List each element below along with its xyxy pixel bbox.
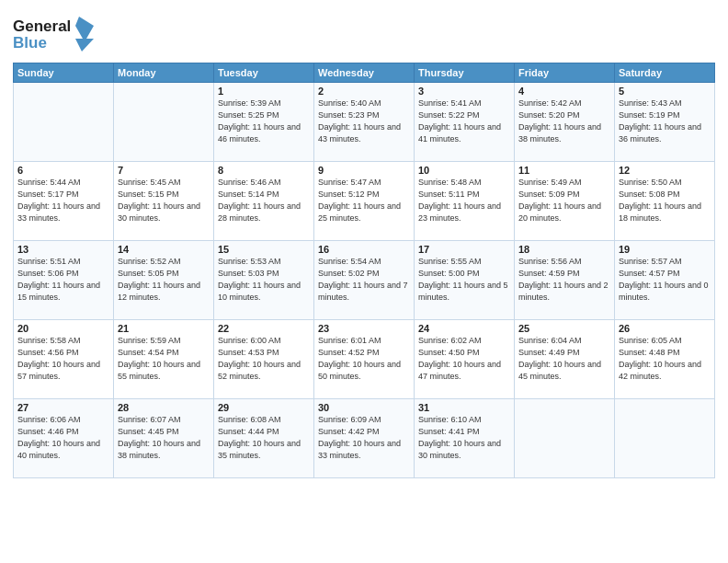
- calendar-cell: 19Sunrise: 5:57 AM Sunset: 4:57 PM Dayli…: [615, 241, 715, 320]
- calendar-week-row: 6Sunrise: 5:44 AM Sunset: 5:17 PM Daylig…: [14, 162, 715, 241]
- calendar-container: General Blue SundayMondayTuesdayWednesda…: [0, 0, 728, 563]
- calendar-cell: 5Sunrise: 5:43 AM Sunset: 5:19 PM Daylig…: [615, 83, 715, 162]
- calendar-cell: 6Sunrise: 5:44 AM Sunset: 5:17 PM Daylig…: [14, 162, 114, 241]
- calendar-cell: 23Sunrise: 6:01 AM Sunset: 4:52 PM Dayli…: [314, 320, 415, 399]
- day-info: Sunrise: 6:07 AM Sunset: 4:45 PM Dayligh…: [118, 414, 210, 462]
- logo-text: General Blue: [13, 13, 100, 57]
- day-number: 26: [619, 323, 711, 334]
- day-number: 13: [17, 244, 109, 255]
- calendar-cell: 4Sunrise: 5:42 AM Sunset: 5:20 PM Daylig…: [515, 83, 615, 162]
- day-number: 11: [518, 165, 610, 176]
- calendar-table: SundayMondayTuesdayWednesdayThursdayFrid…: [13, 63, 715, 478]
- calendar-cell: 24Sunrise: 6:02 AM Sunset: 4:50 PM Dayli…: [415, 320, 515, 399]
- day-number: 10: [418, 165, 510, 176]
- calendar-cell: [14, 83, 114, 162]
- day-number: 7: [118, 165, 210, 176]
- day-info: Sunrise: 5:39 AM Sunset: 5:25 PM Dayligh…: [218, 98, 310, 145]
- day-number: 6: [17, 165, 109, 176]
- calendar-cell: 27Sunrise: 6:06 AM Sunset: 4:46 PM Dayli…: [14, 399, 114, 478]
- column-header-sunday: Sunday: [14, 63, 114, 83]
- day-number: 1: [218, 86, 310, 97]
- calendar-week-row: 20Sunrise: 5:58 AM Sunset: 4:56 PM Dayli…: [14, 320, 715, 399]
- calendar-cell: 12Sunrise: 5:50 AM Sunset: 5:08 PM Dayli…: [615, 162, 715, 241]
- day-info: Sunrise: 5:50 AM Sunset: 5:08 PM Dayligh…: [619, 177, 711, 224]
- day-number: 5: [619, 86, 711, 97]
- day-info: Sunrise: 5:45 AM Sunset: 5:15 PM Dayligh…: [118, 177, 210, 224]
- calendar-cell: 13Sunrise: 5:51 AM Sunset: 5:06 PM Dayli…: [14, 241, 114, 320]
- calendar-cell: 30Sunrise: 6:09 AM Sunset: 4:42 PM Dayli…: [314, 399, 415, 478]
- calendar-cell: 25Sunrise: 6:04 AM Sunset: 4:49 PM Dayli…: [515, 320, 615, 399]
- calendar-cell: 7Sunrise: 5:45 AM Sunset: 5:15 PM Daylig…: [114, 162, 214, 241]
- calendar-cell: 10Sunrise: 5:48 AM Sunset: 5:11 PM Dayli…: [415, 162, 515, 241]
- day-info: Sunrise: 6:09 AM Sunset: 4:42 PM Dayligh…: [318, 414, 410, 462]
- column-header-monday: Monday: [114, 63, 214, 83]
- day-number: 21: [118, 323, 210, 334]
- calendar-cell: 17Sunrise: 5:55 AM Sunset: 5:00 PM Dayli…: [415, 241, 515, 320]
- calendar-cell: 26Sunrise: 6:05 AM Sunset: 4:48 PM Dayli…: [615, 320, 715, 399]
- day-number: 29: [218, 402, 310, 413]
- column-header-saturday: Saturday: [615, 63, 715, 83]
- day-number: 12: [619, 165, 711, 176]
- day-number: 22: [218, 323, 310, 334]
- day-info: Sunrise: 5:47 AM Sunset: 5:12 PM Dayligh…: [318, 177, 410, 224]
- calendar-cell: 21Sunrise: 5:59 AM Sunset: 4:54 PM Dayli…: [114, 320, 214, 399]
- day-number: 23: [318, 323, 410, 334]
- day-info: Sunrise: 5:55 AM Sunset: 5:00 PM Dayligh…: [418, 256, 510, 304]
- calendar-cell: [615, 399, 715, 478]
- day-number: 20: [17, 323, 109, 334]
- column-header-wednesday: Wednesday: [314, 63, 415, 83]
- calendar-cell: [114, 83, 214, 162]
- day-number: 30: [318, 402, 410, 413]
- day-number: 14: [118, 244, 210, 255]
- day-number: 25: [518, 323, 610, 334]
- day-info: Sunrise: 5:58 AM Sunset: 4:56 PM Dayligh…: [17, 335, 109, 383]
- logo: General Blue: [13, 13, 100, 57]
- calendar-cell: 28Sunrise: 6:07 AM Sunset: 4:45 PM Dayli…: [114, 399, 214, 478]
- day-number: 4: [518, 86, 610, 97]
- calendar-cell: 22Sunrise: 6:00 AM Sunset: 4:53 PM Dayli…: [214, 320, 314, 399]
- day-info: Sunrise: 6:02 AM Sunset: 4:50 PM Dayligh…: [418, 335, 510, 383]
- calendar-week-row: 27Sunrise: 6:06 AM Sunset: 4:46 PM Dayli…: [14, 399, 715, 478]
- day-info: Sunrise: 6:04 AM Sunset: 4:49 PM Dayligh…: [518, 335, 610, 383]
- day-number: 2: [318, 86, 410, 97]
- day-number: 18: [518, 244, 610, 255]
- day-number: 31: [418, 402, 510, 413]
- column-header-friday: Friday: [515, 63, 615, 83]
- calendar-cell: 16Sunrise: 5:54 AM Sunset: 5:02 PM Dayli…: [314, 241, 415, 320]
- day-info: Sunrise: 5:49 AM Sunset: 5:09 PM Dayligh…: [518, 177, 610, 224]
- day-info: Sunrise: 6:01 AM Sunset: 4:52 PM Dayligh…: [318, 335, 410, 383]
- day-number: 3: [418, 86, 510, 97]
- svg-marker-2: [75, 17, 94, 52]
- calendar-cell: 29Sunrise: 6:08 AM Sunset: 4:44 PM Dayli…: [214, 399, 314, 478]
- calendar-cell: 14Sunrise: 5:52 AM Sunset: 5:05 PM Dayli…: [114, 241, 214, 320]
- calendar-cell: 3Sunrise: 5:41 AM Sunset: 5:22 PM Daylig…: [415, 83, 515, 162]
- calendar-cell: [515, 399, 615, 478]
- day-number: 15: [218, 244, 310, 255]
- day-info: Sunrise: 5:59 AM Sunset: 4:54 PM Dayligh…: [118, 335, 210, 383]
- calendar-cell: 31Sunrise: 6:10 AM Sunset: 4:41 PM Dayli…: [415, 399, 515, 478]
- day-info: Sunrise: 6:08 AM Sunset: 4:44 PM Dayligh…: [218, 414, 310, 462]
- day-info: Sunrise: 5:54 AM Sunset: 5:02 PM Dayligh…: [318, 256, 410, 304]
- calendar-cell: 9Sunrise: 5:47 AM Sunset: 5:12 PM Daylig…: [314, 162, 415, 241]
- calendar-cell: 11Sunrise: 5:49 AM Sunset: 5:09 PM Dayli…: [515, 162, 615, 241]
- day-number: 19: [619, 244, 711, 255]
- day-info: Sunrise: 5:57 AM Sunset: 4:57 PM Dayligh…: [619, 256, 711, 304]
- calendar-week-row: 1Sunrise: 5:39 AM Sunset: 5:25 PM Daylig…: [14, 83, 715, 162]
- day-number: 24: [418, 323, 510, 334]
- calendar-cell: 15Sunrise: 5:53 AM Sunset: 5:03 PM Dayli…: [214, 241, 314, 320]
- day-number: 9: [318, 165, 410, 176]
- day-info: Sunrise: 5:53 AM Sunset: 5:03 PM Dayligh…: [218, 256, 310, 304]
- day-info: Sunrise: 6:06 AM Sunset: 4:46 PM Dayligh…: [17, 414, 109, 462]
- svg-text:General: General: [13, 17, 71, 35]
- svg-text:Blue: Blue: [13, 34, 47, 52]
- day-info: Sunrise: 6:10 AM Sunset: 4:41 PM Dayligh…: [418, 414, 510, 462]
- day-info: Sunrise: 5:46 AM Sunset: 5:14 PM Dayligh…: [218, 177, 310, 224]
- calendar-header-row: SundayMondayTuesdayWednesdayThursdayFrid…: [14, 63, 715, 83]
- day-info: Sunrise: 5:43 AM Sunset: 5:19 PM Dayligh…: [619, 98, 711, 145]
- column-header-thursday: Thursday: [415, 63, 515, 83]
- day-info: Sunrise: 5:56 AM Sunset: 4:59 PM Dayligh…: [518, 256, 610, 304]
- day-number: 28: [118, 402, 210, 413]
- calendar-cell: 1Sunrise: 5:39 AM Sunset: 5:25 PM Daylig…: [214, 83, 314, 162]
- day-info: Sunrise: 5:44 AM Sunset: 5:17 PM Dayligh…: [17, 177, 109, 224]
- day-info: Sunrise: 5:52 AM Sunset: 5:05 PM Dayligh…: [118, 256, 210, 304]
